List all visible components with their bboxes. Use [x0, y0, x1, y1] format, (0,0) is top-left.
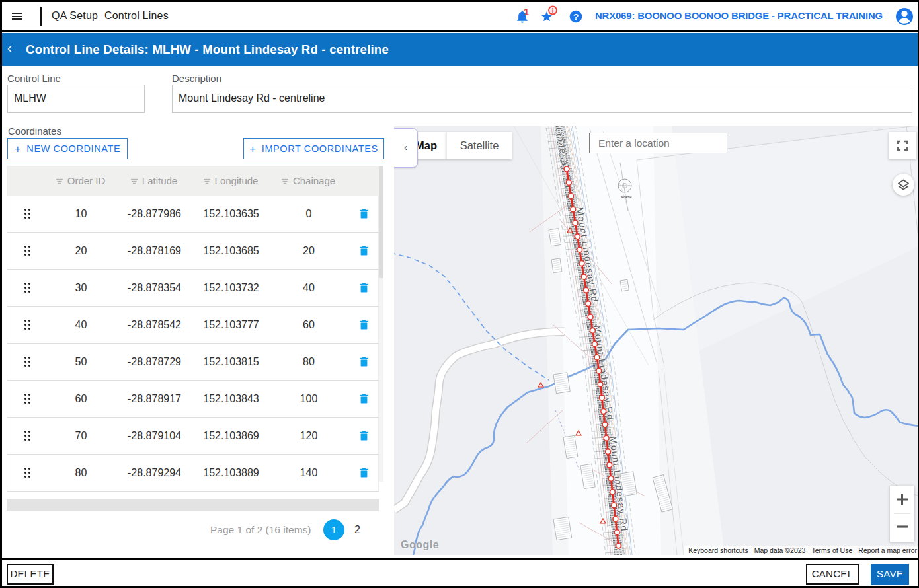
svg-text:1: 1 — [524, 6, 529, 17]
svg-text:NORTH: NORTH — [621, 196, 631, 199]
svg-text:?: ? — [573, 12, 579, 22]
